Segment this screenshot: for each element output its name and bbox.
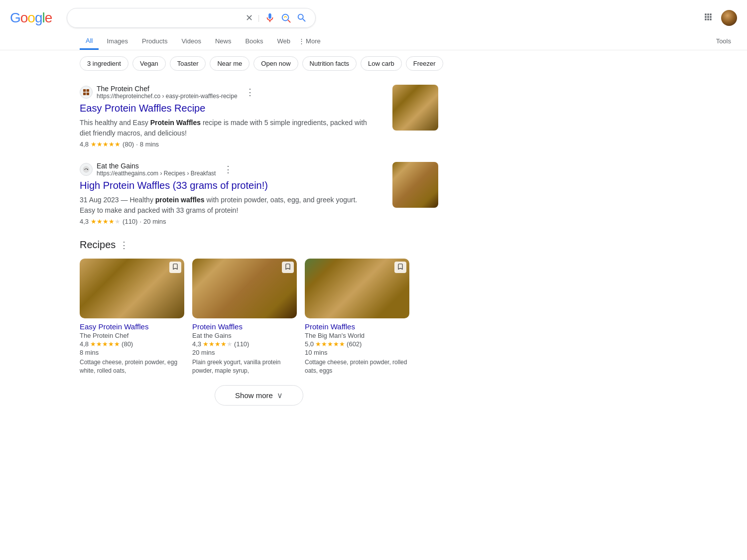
recipe-card-1-bookmark[interactable] xyxy=(169,262,181,273)
nav-item-web[interactable]: Web xyxy=(271,32,297,50)
result-2-source: Eat the Gains https://eatthegains.com › … xyxy=(80,162,369,177)
nav-more-label: More xyxy=(306,37,321,45)
nav-tools-button[interactable]: Tools xyxy=(710,32,737,50)
chip-open-now[interactable]: Open now xyxy=(253,56,298,71)
chip-near-me[interactable]: Near me xyxy=(210,56,249,71)
nav-item-products[interactable]: Products xyxy=(136,32,173,50)
recipe-card-1-source: The Protein Chef xyxy=(80,332,184,339)
nav-item-news[interactable]: News xyxy=(209,32,238,50)
logo-letter-g: G xyxy=(10,10,20,25)
recipe-card-1-ingredients: Cottage cheese, protein powder, egg whit… xyxy=(80,358,184,375)
result-2-title[interactable]: High Protein Waffles (33 grams of protei… xyxy=(80,179,369,192)
chip-nutrition-facts[interactable]: Nutrition facts xyxy=(302,56,357,71)
avatar[interactable] xyxy=(721,10,737,26)
result-1-favicon xyxy=(80,86,93,99)
chevron-down-icon: ∨ xyxy=(277,391,283,400)
recipe-card-3-bookmark[interactable] xyxy=(394,262,406,273)
recipe-card-3-time: 10 mins xyxy=(305,349,409,356)
svg-line-1 xyxy=(288,20,290,22)
recipe-card-3-image xyxy=(305,259,409,318)
svg-rect-4 xyxy=(87,89,89,92)
recipe-card-2-image xyxy=(192,259,297,318)
nav-item-books[interactable]: Books xyxy=(239,32,269,50)
search-result-2: Eat the Gains https://eatthegains.com › … xyxy=(80,162,438,225)
recipe-card-1-rating: 4,8 ★★★★★ (80) xyxy=(80,340,184,348)
result-2-favicon xyxy=(80,163,93,176)
result-1-menu-icon[interactable]: ⋮ xyxy=(246,87,254,98)
search-input[interactable]: protein waffles xyxy=(75,13,241,22)
lens-search-button[interactable] xyxy=(280,12,291,23)
recipe-card-2-rating: 4,3 ★★★★★ (110) xyxy=(192,340,297,348)
recipe-card-3-stars: ★★★★★ xyxy=(315,340,345,348)
show-more-label: Show more xyxy=(235,391,273,400)
logo-letter-o1: o xyxy=(20,10,28,25)
result-2-time: 20 mins xyxy=(143,218,166,225)
search-bar[interactable]: protein waffles ✕ | xyxy=(67,8,316,28)
main-content: The Protein Chef https://theproteinchef.… xyxy=(0,77,448,423)
result-2-thumbnail xyxy=(392,162,438,208)
result-2-dot: · xyxy=(139,218,141,225)
recipes-section-menu-icon[interactable]: ⋮ xyxy=(120,240,128,251)
chip-toaster[interactable]: Toaster xyxy=(170,56,206,71)
svg-rect-5 xyxy=(87,93,89,95)
more-dots-icon: ⋮ xyxy=(298,37,305,45)
voice-search-button[interactable] xyxy=(264,12,275,23)
recipe-card-3-ingredients: Cottage cheese, protein powder, rolled o… xyxy=(305,358,409,375)
result-1-content: The Protein Chef https://theproteinchef.… xyxy=(80,85,369,148)
recipe-card-2-stars: ★★★★★ xyxy=(203,340,233,348)
result-2-reviews: (110) xyxy=(123,218,137,225)
recipe-cards: Easy Protein Waffles The Protein Chef 4,… xyxy=(80,259,438,375)
result-2-rating: 4,3 xyxy=(80,218,89,225)
chip-vegan[interactable]: Vegan xyxy=(132,56,166,71)
recipe-card-2-bookmark[interactable] xyxy=(282,262,294,273)
recipe-card-3-rating: 5,0 ★★★★★ (602) xyxy=(305,340,409,348)
recipe-card-2-rating-value: 4,3 xyxy=(192,340,201,348)
result-1-title[interactable]: Easy Protein Waffles Recipe xyxy=(80,102,369,115)
recipes-section-header: Recipes ⋮ xyxy=(80,239,438,251)
recipe-card-2-title[interactable]: Protein Waffles xyxy=(192,322,297,331)
search-button[interactable] xyxy=(296,12,307,23)
logo-letter-e: e xyxy=(45,10,52,25)
svg-point-7 xyxy=(84,169,86,170)
recipe-card-2-source: Eat the Gains xyxy=(192,332,297,339)
recipe-card-2-ingredients: Plain greek yogurt, vanilla protein powd… xyxy=(192,358,297,375)
result-2-stars: ★★★★★ xyxy=(91,218,121,225)
search-submit-icon xyxy=(296,12,307,23)
result-2-site-name: Eat the Gains xyxy=(97,162,216,170)
recipe-card-1[interactable]: Easy Protein Waffles The Protein Chef 4,… xyxy=(80,259,184,375)
recipe-card-3[interactable]: Protein Waffles The Big Man's World 5,0 … xyxy=(305,259,409,375)
result-2-menu-icon[interactable]: ⋮ xyxy=(224,164,233,175)
recipe-card-2[interactable]: Protein Waffles Eat the Gains 4,3 ★★★★★ … xyxy=(192,259,297,375)
nav-more-button[interactable]: ⋮ More xyxy=(298,37,321,45)
logo-letter-o2: o xyxy=(27,10,35,25)
filter-chips: 3 ingredient Vegan Toaster Near me Open … xyxy=(0,50,747,77)
chip-freezer[interactable]: Freezer xyxy=(406,56,443,71)
recipe-card-1-reviews: (80) xyxy=(122,340,133,348)
recipe-card-3-title[interactable]: Protein Waffles xyxy=(305,322,409,331)
svg-rect-2 xyxy=(83,89,86,92)
result-1-site-name: The Protein Chef xyxy=(97,85,238,93)
nav-item-images[interactable]: Images xyxy=(101,32,134,50)
recipe-card-1-title[interactable]: Easy Protein Waffles xyxy=(80,322,184,331)
google-logo[interactable]: Google xyxy=(10,10,52,26)
recipes-section: Recipes ⋮ Easy Protein Waffles The Prote… xyxy=(80,239,438,375)
result-1-stars: ★★★★★ xyxy=(91,140,121,148)
recipe-card-2-time: 20 mins xyxy=(192,349,297,356)
recipe-card-1-image xyxy=(80,259,184,318)
svg-rect-3 xyxy=(83,93,86,95)
result-1-dot: · xyxy=(136,140,138,148)
result-1-url: https://theproteinchef.co › easy-protein… xyxy=(97,93,238,100)
svg-point-8 xyxy=(87,169,88,170)
result-2-url: https://eatthegains.com › Recipes › Brea… xyxy=(97,170,216,177)
chip-low-carb[interactable]: Low carb xyxy=(361,56,402,71)
show-more-wrapper: Show more ∨ xyxy=(80,385,438,406)
recipe-card-3-source: The Big Man's World xyxy=(305,332,409,339)
clear-icon[interactable]: ✕ xyxy=(246,12,253,23)
result-2-site-info: Eat the Gains https://eatthegains.com › … xyxy=(97,162,216,177)
apps-grid-icon[interactable] xyxy=(703,12,713,24)
chip-3ingredient[interactable]: 3 ingredient xyxy=(80,56,128,71)
nav-item-videos[interactable]: Videos xyxy=(175,32,207,50)
nav-item-all[interactable]: All xyxy=(80,32,99,50)
header: Google protein waffles ✕ | xyxy=(0,0,747,28)
show-more-button[interactable]: Show more ∨ xyxy=(215,385,303,406)
